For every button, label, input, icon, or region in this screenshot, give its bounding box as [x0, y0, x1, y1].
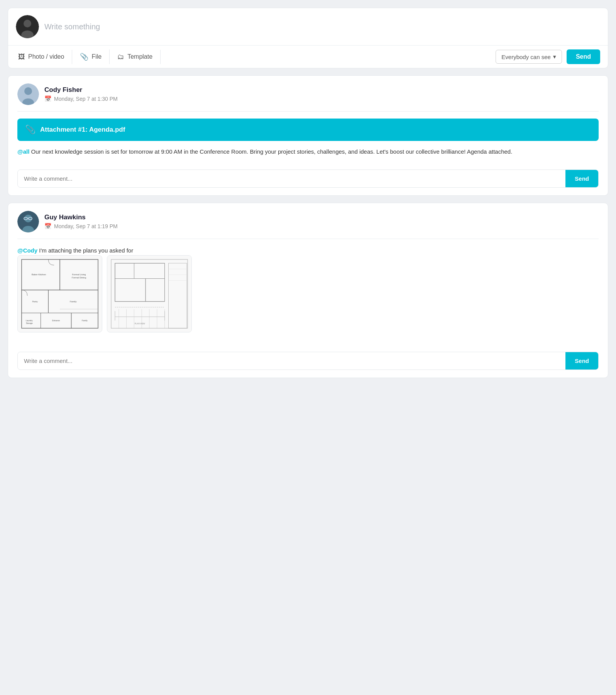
post-body-text-1: Our next knowledge session is set for to… [29, 148, 512, 155]
post-timestamp-1: Monday, Sep 7 at 1:30 PM [54, 96, 118, 102]
attachment-label-1: Attachment #1: Agenda.pdf [40, 126, 125, 134]
toolbar: 🖼 Photo / video 📎 File 🗂 Template Everyb… [8, 45, 608, 68]
attachment-icon-1: 📎 [25, 125, 36, 135]
svg-rect-34 [115, 278, 146, 301]
svg-text:Entrance: Entrance [52, 320, 60, 322]
svg-point-1 [24, 20, 31, 27]
photo-video-button[interactable]: 🖼 Photo / video [16, 50, 72, 64]
comment-input-2[interactable] [18, 352, 562, 370]
comment-send-button-1[interactable]: Send [565, 170, 598, 187]
svg-rect-31 [115, 263, 165, 302]
calendar-icon-1: 📅 [44, 95, 52, 102]
post-timestamp-2: Monday, Sep 7 at 1:19 PM [54, 223, 118, 229]
mention-cody: @Cody [17, 247, 37, 254]
compose-card: Write something 🖼 Photo / video 📎 File 🗂… [8, 8, 608, 68]
comment-send-button-2[interactable]: Send [565, 352, 598, 370]
template-icon: 🗂 [117, 53, 124, 61]
post-text-2: @Cody I'm attaching the plans you asked … [17, 246, 599, 255]
post-time-1: 📅 Monday, Sep 7 at 1:30 PM [44, 95, 118, 102]
visibility-dropdown[interactable]: Everybody can see ▾ [496, 50, 562, 64]
comment-area-1: Send [17, 170, 599, 188]
file-button[interactable]: 📎 File [72, 49, 110, 64]
svg-point-4 [24, 87, 32, 95]
post-body-1: 📎 Attachment #1: Agenda.pdf @all Our nex… [8, 112, 608, 163]
svg-rect-36 [169, 263, 187, 328]
comment-input-1[interactable] [18, 170, 562, 187]
post-author-2: Guy Hawkins [44, 214, 118, 221]
post-author-1: Cody Fisher [44, 86, 118, 94]
svg-rect-32 [115, 263, 134, 279]
svg-text:PLAN VIEW: PLAN VIEW [135, 323, 145, 325]
svg-text:Pantry: Pantry [32, 301, 38, 303]
svg-text:Formal Living: Formal Living [72, 273, 86, 276]
chevron-down-icon: ▾ [553, 53, 556, 60]
post-time-2: 📅 Monday, Sep 7 at 1:19 PM [44, 223, 118, 230]
post-meta-2: Guy Hawkins 📅 Monday, Sep 7 at 1:19 PM [44, 214, 118, 230]
compose-placeholder[interactable]: Write something [44, 22, 600, 31]
post-body-text-2: I'm attaching the plans you asked for [37, 247, 133, 254]
template-label: Template [127, 53, 152, 60]
svg-text:Family: Family [70, 300, 77, 303]
blueprint-image-2[interactable]: PLAN VIEW [107, 255, 192, 332]
post-card-2: Guy Hawkins 📅 Monday, Sep 7 at 1:19 PM @… [8, 203, 608, 378]
svg-text:Family: Family [82, 320, 88, 322]
compose-top: Write something [8, 8, 608, 45]
photo-video-label: Photo / video [28, 53, 64, 60]
mention-all: @all [17, 148, 29, 155]
post-header-1: Cody Fisher 📅 Monday, Sep 7 at 1:30 PM [8, 76, 608, 111]
svg-rect-35 [146, 278, 165, 301]
svg-text:Laundry: Laundry [26, 320, 33, 322]
photo-video-icon: 🖼 [18, 53, 25, 61]
blueprint-image-1[interactable]: Baker Kitchen Formal Living Formal Dinin… [17, 255, 102, 332]
calendar-icon-2: 📅 [44, 223, 52, 230]
svg-text:Formal Dining: Formal Dining [72, 276, 86, 279]
template-button[interactable]: 🗂 Template [110, 50, 161, 64]
visibility-label: Everybody can see [501, 54, 551, 60]
attachment-bar-1[interactable]: 📎 Attachment #1: Agenda.pdf [17, 119, 599, 141]
current-user-avatar [16, 15, 39, 38]
file-label: File [91, 53, 102, 60]
post-meta-1: Cody Fisher 📅 Monday, Sep 7 at 1:30 PM [44, 86, 118, 102]
svg-text:Baker Kitchen: Baker Kitchen [32, 273, 46, 276]
svg-text:Storage: Storage [26, 322, 33, 324]
cody-fisher-avatar [17, 83, 39, 105]
images-grid: Baker Kitchen Formal Living Formal Dinin… [17, 255, 599, 332]
post-text-1: @all Our next knowledge session is set f… [17, 147, 599, 156]
svg-rect-33 [134, 263, 164, 279]
file-icon: 📎 [80, 53, 88, 61]
post-card-1: Cody Fisher 📅 Monday, Sep 7 at 1:30 PM 📎… [8, 75, 608, 196]
post-body-2: @Cody I'm attaching the plans you asked … [8, 239, 608, 346]
comment-area-2: Send [17, 352, 599, 370]
compose-send-button[interactable]: Send [567, 49, 600, 64]
post-header-2: Guy Hawkins 📅 Monday, Sep 7 at 1:19 PM [8, 203, 608, 239]
guy-hawkins-avatar [17, 211, 39, 232]
